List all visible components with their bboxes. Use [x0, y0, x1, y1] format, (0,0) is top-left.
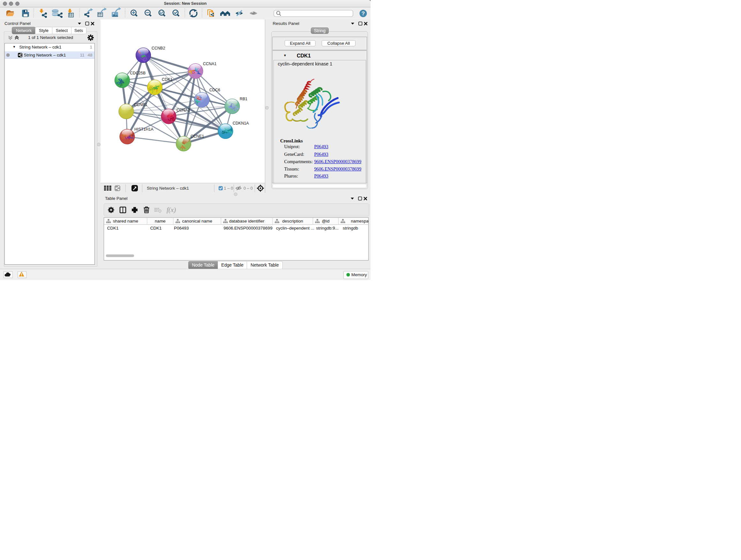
svg-text:name: name — [155, 219, 165, 224]
svg-text:9606.ENSP00000378699: 9606.ENSP00000378699 — [223, 226, 272, 231]
svg-text:CDC25B: CDC25B — [130, 71, 145, 75]
svg-text:shared name: shared name — [113, 219, 138, 224]
svg-text:1 – 0: 1 – 0 — [224, 186, 233, 191]
svg-text:description: description — [282, 219, 303, 224]
svg-text:?: ? — [361, 10, 365, 17]
svg-text:stringdb:9...: stringdb:9... — [316, 226, 339, 231]
svg-text:RB1: RB1 — [240, 97, 247, 101]
svg-text:stringdb: stringdb — [343, 226, 358, 231]
svg-text:CDC6: CDC6 — [209, 88, 220, 92]
svg-text:Memory: Memory — [351, 272, 367, 277]
svg-text:CCNA2: CCNA2 — [177, 108, 190, 112]
svg-text:database identifier: database identifier — [229, 219, 265, 224]
svg-text:namespace: namespace — [351, 219, 368, 224]
svg-text:HIST1H1A: HIST1H1A — [134, 127, 153, 132]
svg-text:P06493: P06493 — [174, 226, 189, 231]
svg-text:CDK1: CDK1 — [162, 77, 172, 82]
svg-text:CDKN1A: CDKN1A — [232, 121, 249, 125]
svg-text:CCNB1: CCNB1 — [134, 103, 147, 107]
svg-text:cyclin–dependent ...: cyclin–dependent ... — [276, 226, 314, 231]
svg-text:0 – 0: 0 – 0 — [244, 186, 253, 191]
svg-text:CDK1: CDK1 — [150, 226, 161, 231]
svg-text:canonical name: canonical name — [182, 219, 212, 224]
svg-text:CCNE1: CCNE1 — [191, 134, 204, 138]
svg-text:CDK1: CDK1 — [107, 226, 118, 231]
svg-text:CCNA1: CCNA1 — [203, 62, 216, 66]
svg-text:f(x): f(x) — [166, 206, 176, 213]
svg-text:@id: @id — [322, 219, 329, 224]
svg-text:CCNB2: CCNB2 — [151, 46, 165, 51]
